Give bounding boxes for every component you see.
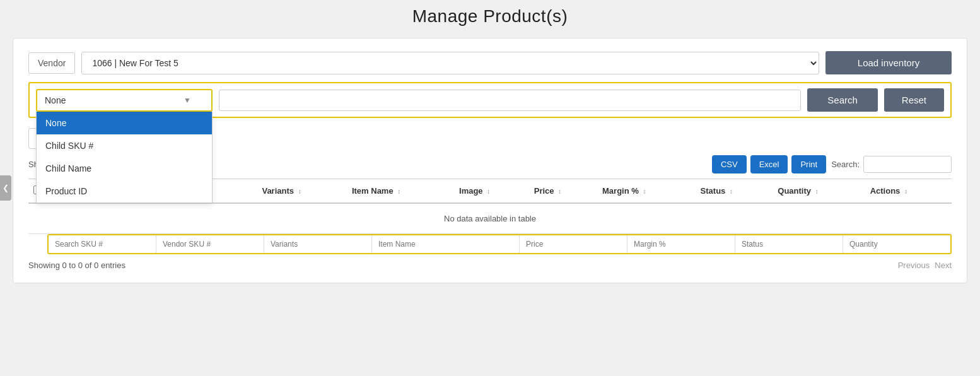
search-row: None ▼ None Child SKU # Child Name Produ… [28, 82, 952, 118]
sort-icon-actions: ↕ [904, 188, 907, 195]
excel-button[interactable]: Excel [750, 155, 788, 173]
th-price[interactable]: Price ↕ [529, 179, 597, 204]
print-button[interactable]: Print [791, 155, 826, 173]
search-button[interactable]: Search [807, 88, 878, 112]
table-search-input[interactable] [863, 156, 952, 173]
sort-icon-variants: ↕ [298, 188, 301, 195]
sort-icon-margin: ↕ [643, 188, 646, 195]
table-search-right: Search: [831, 156, 952, 173]
csv-button[interactable]: CSV [712, 155, 747, 173]
sidebar-toggle[interactable]: ❮ [0, 175, 11, 201]
previous-button[interactable]: Previous [898, 261, 930, 270]
search-text-input[interactable] [219, 90, 801, 111]
th-status[interactable]: Status ↕ [696, 179, 773, 204]
sort-icon-image: ↕ [487, 188, 490, 195]
table-search-label: Search: [831, 160, 860, 169]
footer-search-status[interactable] [735, 235, 843, 253]
vendor-label: Vendor [28, 52, 75, 74]
no-data-row: No data available in table [28, 203, 952, 234]
sort-icon-item-name: ↕ [397, 188, 400, 195]
load-inventory-button[interactable]: Load inventory [825, 51, 952, 74]
th-margin[interactable]: Margin % ↕ [597, 179, 696, 204]
footer-search-sku[interactable] [49, 235, 156, 253]
showing-label: Showing 0 to 0 of 0 entries [28, 261, 125, 270]
footer-search-variants[interactable] [264, 235, 372, 253]
export-buttons: CSV Excel Print [712, 155, 826, 173]
reset-button[interactable]: Reset [884, 88, 944, 112]
filter-select-display[interactable]: None ▼ [36, 89, 213, 112]
vendor-row: Vendor 1066 | New For Test 5 Load invent… [28, 51, 952, 74]
no-data-cell: No data available in table [28, 203, 952, 234]
footer-search-quantity[interactable] [843, 235, 950, 253]
th-image[interactable]: Image ↕ [454, 179, 529, 204]
footer-search-tr [28, 234, 952, 255]
filter-option-product-id[interactable]: Product ID [37, 180, 212, 203]
filter-option-child-sku[interactable]: Child SKU # [37, 134, 212, 157]
footer-search-margin[interactable] [627, 235, 735, 253]
pagination-row: Showing 0 to 0 of 0 entries Previous Nex… [28, 261, 952, 270]
pagination-buttons: Previous Next [898, 261, 952, 270]
footer-search-vendor-sku[interactable] [156, 235, 264, 253]
filter-dropdown-wrapper: None ▼ None Child SKU # Child Name Produ… [36, 89, 213, 112]
footer-checkbox-cell [28, 234, 47, 255]
next-button[interactable]: Next [935, 261, 952, 270]
sort-icon-quantity: ↕ [815, 188, 819, 195]
th-actions[interactable]: Actions ↕ [865, 179, 952, 204]
footer-search-row [47, 234, 952, 254]
filter-option-child-name[interactable]: Child Name [37, 157, 212, 180]
sort-icon-status: ↕ [730, 188, 733, 195]
vendor-select[interactable]: 1066 | New For Test 5 [81, 52, 819, 74]
filter-option-none[interactable]: None [37, 112, 212, 134]
filter-selected-value: None [45, 95, 66, 105]
th-item-name[interactable]: Item Name ↕ [347, 179, 454, 204]
footer-search-price[interactable] [520, 235, 627, 253]
filter-dropdown: None Child SKU # Child Name Product ID [36, 112, 213, 203]
main-card: Vendor 1066 | New For Test 5 Load invent… [13, 38, 967, 283]
footer-search-item-name[interactable] [372, 235, 520, 253]
th-quantity[interactable]: Quantity ↕ [773, 179, 865, 204]
sort-icon-price: ↕ [558, 188, 561, 195]
page-title: Manage Product(s) [13, 6, 967, 26]
chevron-down-icon: ▼ [184, 96, 191, 105]
th-variants[interactable]: Variants ↕ [257, 179, 346, 204]
